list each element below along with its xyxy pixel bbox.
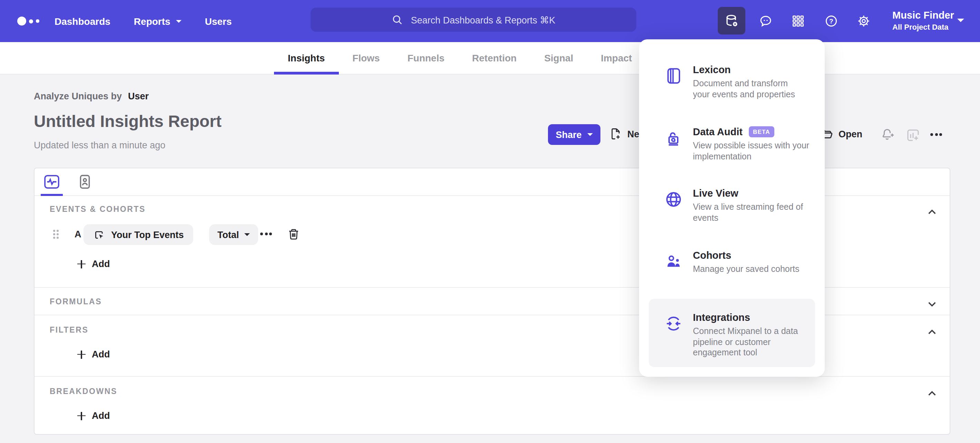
- open-report-button[interactable]: Open: [819, 127, 862, 141]
- feedback-chat-icon[interactable]: [759, 14, 773, 28]
- event-picker-icon: [93, 229, 105, 240]
- menu-item-title: Lexicon: [693, 64, 731, 75]
- add-breakdown-button[interactable]: Add: [77, 411, 110, 421]
- help-icon[interactable]: ?: [824, 14, 838, 28]
- search-input[interactable]: Search Dashboards & Reports ⌘K: [310, 8, 636, 32]
- data-audit-lock-icon: [664, 129, 683, 148]
- add-label: Add: [92, 349, 110, 359]
- menu-item-desc-line: Manage your saved cohorts: [693, 264, 800, 275]
- menu-item-title: Cohorts: [693, 250, 731, 261]
- updated-timestamp: Updated less than a minute ago: [34, 140, 165, 151]
- tab-metrics-view[interactable]: [39, 168, 65, 195]
- menu-item-data-audit[interactable]: Data AuditBETA View possible issues with…: [649, 126, 815, 162]
- share-label: Share: [555, 129, 581, 140]
- apps-grid-icon[interactable]: [791, 14, 805, 28]
- settings-gear-icon[interactable]: [856, 14, 871, 28]
- menu-item-live-view[interactable]: Live View View a live streaming feed of …: [649, 188, 815, 224]
- mixpanel-app: Dashboards Reports Users Search Dashboar…: [0, 0, 980, 443]
- analyze-uniques-row: Analyze Uniques byUser: [34, 91, 149, 102]
- menu-item-desc-line: implementation: [693, 151, 809, 162]
- menu-item-title: Live View: [693, 188, 738, 199]
- svg-text:?: ?: [829, 17, 834, 25]
- tab-funnels[interactable]: Funnels: [394, 42, 458, 75]
- add-to-dashboard-icon[interactable]: [905, 128, 921, 143]
- section-events-cohorts-label: EVENTS & COHORTS: [50, 205, 146, 213]
- event-selector-button[interactable]: Your Top Events: [84, 224, 194, 245]
- nav-reports-label: Reports: [134, 16, 170, 27]
- plus-icon: [77, 411, 86, 420]
- tab-retention[interactable]: Retention: [458, 42, 530, 75]
- menu-item-desc-line: Connect Mixpanel to a data: [693, 326, 798, 337]
- person-card-icon: [76, 174, 94, 190]
- chevron-down-icon[interactable]: [957, 19, 964, 25]
- project-name: Music Finder: [892, 9, 954, 22]
- report-title[interactable]: Untitled Insights Report: [34, 112, 221, 131]
- add-filter-button[interactable]: Add: [77, 349, 110, 359]
- section-formulas-label: FORMULAS: [50, 297, 102, 306]
- top-nav-bar: Dashboards Reports Users Search Dashboar…: [0, 0, 980, 42]
- tab-signal[interactable]: Signal: [530, 42, 587, 75]
- project-switcher[interactable]: Music Finder All Project Data: [892, 9, 954, 32]
- menu-item-desc-line: View possible issues with your: [693, 141, 809, 151]
- share-button[interactable]: Share: [548, 124, 600, 145]
- database-gear-icon: [724, 13, 740, 29]
- open-label: Open: [838, 129, 862, 140]
- event-row-options-button[interactable]: [260, 233, 272, 235]
- analyze-value-dropdown[interactable]: User: [128, 91, 149, 102]
- chevron-down-icon: [245, 233, 250, 239]
- metric-selector-button[interactable]: Total: [209, 224, 258, 245]
- beta-badge: BETA: [749, 127, 774, 137]
- chevron-down-icon: [587, 133, 593, 139]
- mixpanel-logo-icon[interactable]: [17, 17, 39, 25]
- menu-item-desc-line: your events and properties: [693, 89, 795, 100]
- menu-item-title: Data Audit: [693, 126, 743, 137]
- plus-icon: [77, 350, 86, 359]
- tab-insights[interactable]: Insights: [274, 42, 339, 75]
- lexicon-book-icon: [664, 66, 683, 86]
- menu-item-desc-line: Document and transform: [693, 79, 795, 89]
- collapse-filters-chevron-up-icon[interactable]: [927, 327, 937, 337]
- menu-item-lexicon[interactable]: Lexicon Document and transform your even…: [649, 64, 815, 100]
- pulse-chart-icon: [43, 174, 61, 190]
- menu-item-cohorts[interactable]: Cohorts Manage your saved cohorts: [649, 250, 815, 275]
- cohorts-people-icon: [664, 252, 683, 271]
- collapse-breakdowns-chevron-up-icon[interactable]: [927, 389, 937, 399]
- metric-value: Total: [217, 229, 239, 240]
- series-letter: A: [75, 229, 81, 240]
- tab-flows[interactable]: Flows: [339, 42, 393, 75]
- menu-item-title: Integrations: [693, 312, 750, 323]
- drag-handle[interactable]: [53, 230, 58, 238]
- add-label: Add: [92, 411, 110, 421]
- analyze-label: Analyze Uniques by: [34, 91, 122, 102]
- menu-item-desc-line: View a live streaming feed of: [693, 202, 803, 213]
- tab-impact[interactable]: Impact: [587, 42, 646, 75]
- tab-profiles-view[interactable]: [72, 168, 98, 195]
- section-filters-label: FILTERS: [50, 326, 88, 334]
- menu-item-desc-line: engagement tool: [693, 348, 798, 359]
- menu-item-integrations[interactable]: Integrations Connect Mixpanel to a data …: [649, 312, 815, 359]
- top-nav-links: Dashboards Reports Users: [54, 0, 232, 42]
- collapse-events-chevron-up-icon[interactable]: [927, 207, 937, 218]
- nav-users[interactable]: Users: [205, 16, 232, 27]
- integrations-sync-icon: [664, 314, 683, 333]
- event-name: Your Top Events: [111, 229, 184, 240]
- section-breakdowns-label: BREAKDOWNS: [50, 387, 117, 395]
- report-tabs-bar: Insights Flows Funnels Retention Signal …: [0, 42, 980, 75]
- chevron-down-icon: [176, 20, 181, 25]
- menu-item-desc-line: events: [693, 213, 803, 224]
- data-management-button[interactable]: [718, 7, 745, 35]
- search-placeholder: Search Dashboards & Reports ⌘K: [411, 14, 555, 25]
- expand-formulas-chevron-down-icon[interactable]: [927, 299, 937, 309]
- more-options-button[interactable]: [930, 133, 942, 136]
- data-management-menu: Lexicon Document and transform your even…: [639, 39, 825, 377]
- add-event-button[interactable]: Add: [77, 259, 110, 269]
- search-icon: [391, 14, 403, 25]
- menu-item-desc-line: pipeline or customer: [693, 337, 798, 348]
- nav-dashboards[interactable]: Dashboards: [54, 16, 110, 27]
- live-view-globe-icon: [664, 190, 683, 209]
- nav-reports[interactable]: Reports: [134, 16, 181, 27]
- report-tabs: Insights Flows Funnels Retention Signal …: [274, 42, 646, 75]
- alert-bell-plus-icon[interactable]: [881, 127, 896, 142]
- project-subtitle: All Project Data: [892, 22, 954, 32]
- delete-event-trash-icon[interactable]: [287, 228, 300, 241]
